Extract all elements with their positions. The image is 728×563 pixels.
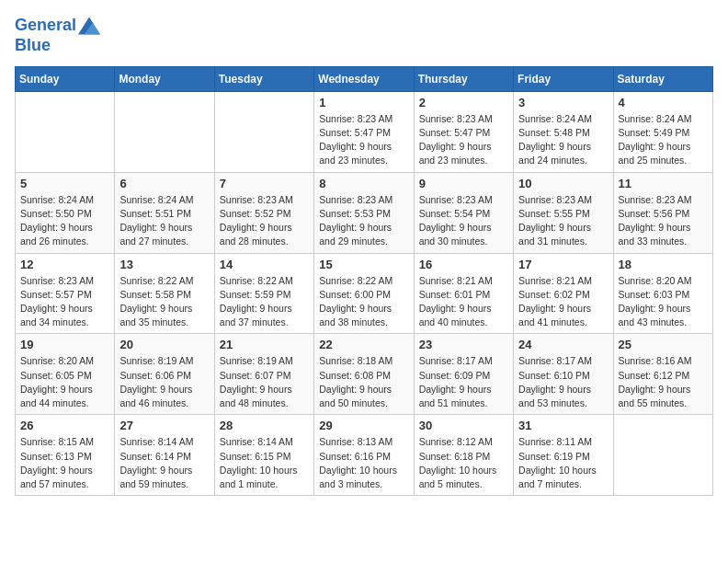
calendar-cell: 9Sunrise: 8:23 AM Sunset: 5:54 PM Daylig… (414, 172, 513, 253)
day-info: Sunrise: 8:20 AM Sunset: 6:05 PM Dayligh… (20, 354, 109, 410)
day-info: Sunrise: 8:16 AM Sunset: 6:12 PM Dayligh… (619, 354, 708, 410)
day-info: Sunrise: 8:11 AM Sunset: 6:19 PM Dayligh… (518, 435, 608, 491)
day-info: Sunrise: 8:14 AM Sunset: 6:14 PM Dayligh… (119, 435, 209, 491)
weekday-header-sunday: Sunday (16, 66, 115, 91)
calendar-cell: 4Sunrise: 8:24 AM Sunset: 5:49 PM Daylig… (613, 91, 712, 172)
day-number: 24 (518, 338, 608, 351)
calendar-cell: 5Sunrise: 8:24 AM Sunset: 5:50 PM Daylig… (16, 172, 115, 253)
day-info: Sunrise: 8:24 AM Sunset: 5:48 PM Dayligh… (518, 112, 608, 168)
day-number: 25 (619, 338, 708, 351)
day-info: Sunrise: 8:24 AM Sunset: 5:49 PM Dayligh… (619, 112, 708, 168)
day-number: 3 (518, 96, 608, 109)
calendar-table: SundayMondayTuesdayWednesdayThursdayFrid… (15, 66, 713, 496)
day-number: 28 (220, 419, 309, 432)
day-info: Sunrise: 8:14 AM Sunset: 6:15 PM Dayligh… (220, 435, 309, 491)
day-info: Sunrise: 8:22 AM Sunset: 5:58 PM Dayligh… (119, 274, 209, 330)
day-number: 12 (20, 258, 109, 271)
day-info: Sunrise: 8:12 AM Sunset: 6:18 PM Dayligh… (419, 435, 508, 491)
calendar-cell: 29Sunrise: 8:13 AM Sunset: 6:16 PM Dayli… (314, 415, 414, 496)
calendar-cell (214, 91, 313, 172)
day-number: 14 (220, 258, 309, 271)
day-info: Sunrise: 8:20 AM Sunset: 6:03 PM Dayligh… (619, 274, 708, 330)
weekday-header-monday: Monday (115, 66, 214, 91)
calendar-cell: 3Sunrise: 8:24 AM Sunset: 5:48 PM Daylig… (514, 91, 613, 172)
day-number: 18 (619, 258, 708, 271)
calendar-cell: 19Sunrise: 8:20 AM Sunset: 6:05 PM Dayli… (16, 334, 115, 415)
day-number: 29 (319, 419, 408, 432)
day-number: 21 (220, 338, 309, 351)
day-number: 5 (20, 177, 109, 190)
calendar-cell: 18Sunrise: 8:20 AM Sunset: 6:03 PM Dayli… (613, 253, 712, 334)
day-info: Sunrise: 8:23 AM Sunset: 5:55 PM Dayligh… (518, 193, 608, 249)
day-number: 16 (419, 258, 508, 271)
day-number: 8 (319, 177, 408, 190)
day-number: 15 (319, 258, 408, 271)
day-number: 26 (20, 419, 109, 432)
day-number: 13 (119, 258, 209, 271)
day-number: 10 (518, 177, 608, 190)
day-info: Sunrise: 8:23 AM Sunset: 5:47 PM Dayligh… (419, 112, 508, 168)
calendar-cell: 23Sunrise: 8:17 AM Sunset: 6:09 PM Dayli… (414, 334, 513, 415)
calendar-cell: 7Sunrise: 8:23 AM Sunset: 5:52 PM Daylig… (214, 172, 313, 253)
day-info: Sunrise: 8:21 AM Sunset: 6:01 PM Dayligh… (419, 274, 508, 330)
calendar-cell: 12Sunrise: 8:23 AM Sunset: 5:57 PM Dayli… (16, 253, 115, 334)
day-info: Sunrise: 8:22 AM Sunset: 6:00 PM Dayligh… (319, 274, 408, 330)
day-info: Sunrise: 8:23 AM Sunset: 5:56 PM Dayligh… (619, 193, 708, 249)
weekday-header-tuesday: Tuesday (214, 66, 313, 91)
calendar-cell: 1Sunrise: 8:23 AM Sunset: 5:47 PM Daylig… (314, 91, 414, 172)
calendar-cell (16, 91, 115, 172)
calendar-cell: 28Sunrise: 8:14 AM Sunset: 6:15 PM Dayli… (214, 415, 313, 496)
day-info: Sunrise: 8:23 AM Sunset: 5:57 PM Dayligh… (20, 274, 109, 330)
day-number: 1 (319, 96, 408, 109)
weekday-header-friday: Friday (514, 66, 613, 91)
day-info: Sunrise: 8:19 AM Sunset: 6:07 PM Dayligh… (220, 354, 309, 410)
calendar-cell: 31Sunrise: 8:11 AM Sunset: 6:19 PM Dayli… (514, 415, 613, 496)
calendar-cell: 24Sunrise: 8:17 AM Sunset: 6:10 PM Dayli… (514, 334, 613, 415)
day-info: Sunrise: 8:23 AM Sunset: 5:54 PM Dayligh… (419, 193, 508, 249)
day-info: Sunrise: 8:15 AM Sunset: 6:13 PM Dayligh… (20, 435, 109, 491)
weekday-header-saturday: Saturday (613, 66, 712, 91)
day-info: Sunrise: 8:24 AM Sunset: 5:50 PM Dayligh… (20, 193, 109, 249)
day-number: 30 (419, 419, 508, 432)
calendar-cell: 8Sunrise: 8:23 AM Sunset: 5:53 PM Daylig… (314, 172, 414, 253)
calendar-cell: 27Sunrise: 8:14 AM Sunset: 6:14 PM Dayli… (115, 415, 214, 496)
day-number: 2 (419, 96, 508, 109)
day-number: 9 (419, 177, 508, 190)
day-number: 27 (119, 419, 209, 432)
calendar-cell: 2Sunrise: 8:23 AM Sunset: 5:47 PM Daylig… (414, 91, 513, 172)
calendar-cell: 26Sunrise: 8:15 AM Sunset: 6:13 PM Dayli… (16, 415, 115, 496)
logo: General Blue (15, 15, 102, 55)
calendar-cell: 22Sunrise: 8:18 AM Sunset: 6:08 PM Dayli… (314, 334, 414, 415)
calendar-cell: 13Sunrise: 8:22 AM Sunset: 5:58 PM Dayli… (115, 253, 214, 334)
day-number: 6 (119, 177, 209, 190)
day-number: 17 (518, 258, 608, 271)
calendar-cell: 10Sunrise: 8:23 AM Sunset: 5:55 PM Dayli… (514, 172, 613, 253)
day-info: Sunrise: 8:23 AM Sunset: 5:47 PM Dayligh… (319, 112, 408, 168)
day-info: Sunrise: 8:13 AM Sunset: 6:16 PM Dayligh… (319, 435, 408, 491)
day-info: Sunrise: 8:19 AM Sunset: 6:06 PM Dayligh… (119, 354, 209, 410)
weekday-header-wednesday: Wednesday (314, 66, 414, 91)
day-info: Sunrise: 8:21 AM Sunset: 6:02 PM Dayligh… (518, 274, 608, 330)
calendar-cell: 6Sunrise: 8:24 AM Sunset: 5:51 PM Daylig… (115, 172, 214, 253)
calendar-cell: 20Sunrise: 8:19 AM Sunset: 6:06 PM Dayli… (115, 334, 214, 415)
calendar-cell: 11Sunrise: 8:23 AM Sunset: 5:56 PM Dayli… (613, 172, 712, 253)
calendar-cell: 14Sunrise: 8:22 AM Sunset: 5:59 PM Dayli… (214, 253, 313, 334)
calendar-cell: 25Sunrise: 8:16 AM Sunset: 6:12 PM Dayli… (613, 334, 712, 415)
day-number: 23 (419, 338, 508, 351)
day-info: Sunrise: 8:17 AM Sunset: 6:10 PM Dayligh… (518, 354, 608, 410)
calendar-cell (115, 91, 214, 172)
calendar-cell: 16Sunrise: 8:21 AM Sunset: 6:01 PM Dayli… (414, 253, 513, 334)
day-info: Sunrise: 8:18 AM Sunset: 6:08 PM Dayligh… (319, 354, 408, 410)
day-number: 4 (619, 96, 708, 109)
day-number: 31 (518, 419, 608, 432)
calendar-cell: 30Sunrise: 8:12 AM Sunset: 6:18 PM Dayli… (414, 415, 513, 496)
weekday-header-thursday: Thursday (414, 66, 513, 91)
calendar-cell: 21Sunrise: 8:19 AM Sunset: 6:07 PM Dayli… (214, 334, 313, 415)
day-number: 19 (20, 338, 109, 351)
logo-text: General Blue (15, 15, 102, 55)
day-info: Sunrise: 8:23 AM Sunset: 5:53 PM Dayligh… (319, 193, 408, 249)
calendar-cell (613, 415, 712, 496)
day-number: 11 (619, 177, 708, 190)
day-number: 7 (220, 177, 309, 190)
day-info: Sunrise: 8:17 AM Sunset: 6:09 PM Dayligh… (419, 354, 508, 410)
